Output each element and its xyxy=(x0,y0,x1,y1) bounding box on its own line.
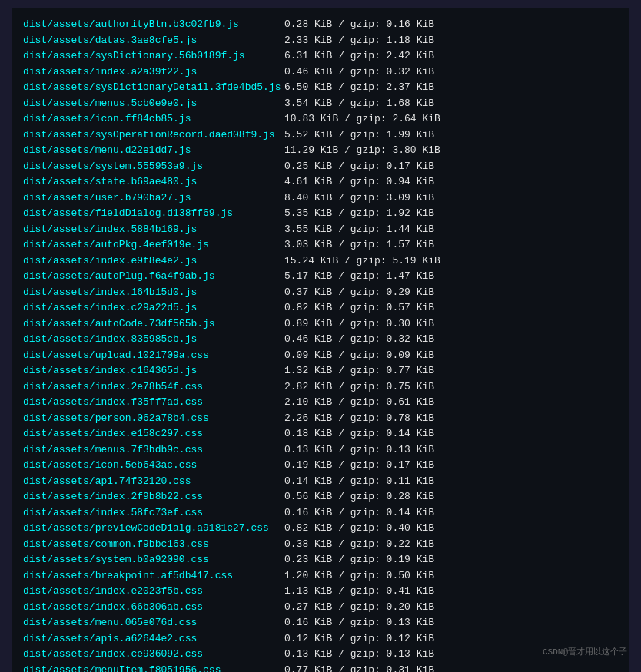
dir-part: dist/assets/ xyxy=(23,270,95,282)
dir-part: dist/assets/ xyxy=(23,491,95,502)
file-name: icon.ff84cb85.js xyxy=(95,113,191,124)
file-size: 0.27 KiB / gzip: 0.20 KiB xyxy=(284,600,618,615)
dir-part: dist/assets/ xyxy=(23,161,95,172)
file-size: 0.25 KiB / gzip: 0.17 KiB xyxy=(284,159,618,174)
file-path: dist/assets/menus.5cb0e9e0.js xyxy=(23,96,284,111)
file-row: dist/assets/menu.065e076d.css0.16 KiB / … xyxy=(23,615,618,631)
dir-part: dist/assets/ xyxy=(23,207,95,219)
dir-part: dist/assets/ xyxy=(23,522,95,534)
file-size: 11.29 KiB / gzip: 3.80 KiB xyxy=(284,143,618,158)
file-row: dist/assets/autoCode.73df565b.js0.89 KiB… xyxy=(23,316,618,332)
file-name: index.e158c297.css xyxy=(95,428,203,439)
file-size: 10.83 KiB / gzip: 2.64 KiB xyxy=(284,111,618,127)
file-row: dist/assets/authorityBtn.b3c02fb9.js0.28… xyxy=(23,17,618,32)
dir-part: dist/assets/ xyxy=(23,412,95,424)
dir-part: dist/assets/ xyxy=(23,66,95,78)
file-row: dist/assets/datas.3ae8cfe5.js2.33 KiB / … xyxy=(23,33,618,48)
dir-part: dist/assets/ xyxy=(23,381,95,392)
dir-part: dist/assets/ xyxy=(23,396,95,408)
dir-part: dist/assets/ xyxy=(23,239,95,250)
file-path: dist/assets/index.f35ff7ad.css xyxy=(23,395,284,410)
dir-part: dist/assets/ xyxy=(23,475,95,487)
file-row: dist/assets/index.164b15d0.js0.37 KiB / … xyxy=(23,285,618,300)
file-name: menus.5cb0e9e0.js xyxy=(95,98,198,109)
file-name: autoPkg.4eef019e.js xyxy=(95,239,209,250)
dir-part: dist/assets/ xyxy=(23,129,95,141)
file-name: upload.1021709a.css xyxy=(95,349,209,361)
file-row: dist/assets/common.f9bbc163.css0.38 KiB … xyxy=(23,537,618,552)
file-path: dist/assets/menuItem.f8051956.css xyxy=(23,663,284,673)
dir-part: dist/assets/ xyxy=(23,223,95,235)
file-name: index.c29a22d5.js xyxy=(95,302,198,313)
file-size: 0.23 KiB / gzip: 0.19 KiB xyxy=(284,552,618,568)
file-path: dist/assets/authorityBtn.b3c02fb9.js xyxy=(23,17,284,32)
file-size: 2.26 KiB / gzip: 0.78 KiB xyxy=(284,411,618,426)
file-row: dist/assets/index.58fc73ef.css0.16 KiB /… xyxy=(23,505,618,521)
file-size: 0.46 KiB / gzip: 0.32 KiB xyxy=(284,332,618,347)
dir-part: dist/assets/ xyxy=(23,365,95,376)
file-path: dist/assets/index.a2a39f22.js xyxy=(23,65,284,80)
file-row: dist/assets/sysDictionaryDetail.3fde4bd5… xyxy=(23,80,618,95)
file-name: fieldDialog.d138ff69.js xyxy=(95,207,233,219)
dir-part: dist/assets/ xyxy=(23,98,95,109)
file-path: dist/assets/autoCode.73df565b.js xyxy=(23,316,284,332)
file-row: dist/assets/index.e2023f5b.css1.13 KiB /… xyxy=(23,584,618,599)
file-size: 2.33 KiB / gzip: 1.18 KiB xyxy=(284,33,618,48)
dir-part: dist/assets/ xyxy=(23,35,95,46)
file-size: 3.55 KiB / gzip: 1.44 KiB xyxy=(284,222,618,237)
file-size: 0.38 KiB / gzip: 0.22 KiB xyxy=(284,537,618,552)
file-path: dist/assets/index.e2023f5b.css xyxy=(23,584,284,599)
file-size: 0.77 KiB / gzip: 0.31 KiB xyxy=(284,663,618,673)
file-name: autoPlug.f6a4f9ab.js xyxy=(95,270,215,282)
file-path: dist/assets/index.c164365d.js xyxy=(23,363,284,379)
file-name: index.58fc73ef.css xyxy=(95,507,203,518)
file-size: 0.12 KiB / gzip: 0.12 KiB xyxy=(284,631,618,647)
file-row: dist/assets/index.66b306ab.css0.27 KiB /… xyxy=(23,600,618,615)
file-name: sysDictionaryDetail.3fde4bd5.js xyxy=(95,81,281,93)
dir-part: dist/assets/ xyxy=(23,333,95,345)
file-name: menu.065e076d.css xyxy=(95,617,198,628)
file-row: dist/assets/index.ce936092.css0.13 KiB /… xyxy=(23,647,618,662)
file-size: 0.18 KiB / gzip: 0.14 KiB xyxy=(284,426,618,442)
file-row: dist/assets/index.c29a22d5.js0.82 KiB / … xyxy=(23,300,618,316)
file-path: dist/assets/autoPlug.f6a4f9ab.js xyxy=(23,269,284,284)
file-name: menu.d22e1dd7.js xyxy=(95,144,191,156)
file-row: dist/assets/system.555953a9.js0.25 KiB /… xyxy=(23,159,618,174)
file-row: dist/assets/state.b69ae480.js4.61 KiB / … xyxy=(23,174,618,190)
file-row: dist/assets/index.2f9b8b22.css0.56 KiB /… xyxy=(23,489,618,505)
file-size: 6.31 KiB / gzip: 2.42 KiB xyxy=(284,48,618,64)
file-path: dist/assets/api.74f32120.css xyxy=(23,474,284,489)
file-name: index.c164365d.js xyxy=(95,365,198,376)
file-size: 0.56 KiB / gzip: 0.28 KiB xyxy=(284,489,618,505)
file-name: api.74f32120.css xyxy=(95,475,191,487)
file-path: dist/assets/index.164b15d0.js xyxy=(23,285,284,300)
file-row: dist/assets/menus.5cb0e9e0.js3.54 KiB / … xyxy=(23,96,618,111)
file-path: dist/assets/index.e9f8e4e2.js xyxy=(23,253,284,269)
file-size: 5.17 KiB / gzip: 1.47 KiB xyxy=(284,269,618,284)
dir-part: dist/assets/ xyxy=(23,192,95,204)
file-size: 0.37 KiB / gzip: 0.29 KiB xyxy=(284,285,618,300)
file-name: previewCodeDialg.a9181c27.css xyxy=(95,522,269,534)
dir-part: dist/assets/ xyxy=(23,664,95,673)
file-path: dist/assets/autoPkg.4eef019e.js xyxy=(23,237,284,253)
dir-part: dist/assets/ xyxy=(23,585,95,597)
file-path: dist/assets/breakpoint.af5db417.css xyxy=(23,568,284,584)
file-size: 1.13 KiB / gzip: 0.41 KiB xyxy=(284,584,618,599)
file-path: dist/assets/icon.5eb643ac.css xyxy=(23,458,284,473)
file-path: dist/assets/previewCodeDialg.a9181c27.cs… xyxy=(23,521,284,536)
file-name: sysOperationRecord.daed08f9.js xyxy=(95,129,275,141)
file-name: state.b69ae480.js xyxy=(95,176,198,187)
file-name: datas.3ae8cfe5.js xyxy=(95,35,198,46)
dir-part: dist/assets/ xyxy=(23,648,95,660)
dir-part: dist/assets/ xyxy=(23,81,95,93)
dir-part: dist/assets/ xyxy=(23,538,95,550)
file-path: dist/assets/apis.a62644e2.css xyxy=(23,631,284,647)
dir-part: dist/assets/ xyxy=(23,18,95,30)
file-row: dist/assets/api.74f32120.css0.14 KiB / g… xyxy=(23,474,618,489)
file-path: dist/assets/index.ce936092.css xyxy=(23,647,284,662)
file-path: dist/assets/common.f9bbc163.css xyxy=(23,537,284,552)
file-size: 4.61 KiB / gzip: 0.94 KiB xyxy=(284,174,618,190)
file-name: index.2e78b54f.css xyxy=(95,381,203,392)
file-name: user.b790ba27.js xyxy=(95,192,191,204)
file-name: index.e9f8e4e2.js xyxy=(95,255,198,266)
